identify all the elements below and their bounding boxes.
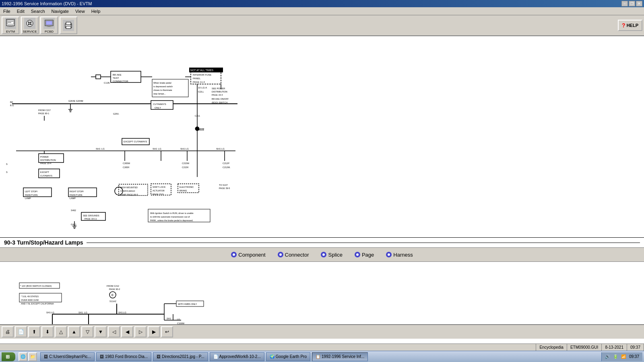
taskbar-app-1[interactable]: 🖼 1983 Ford Bronco Dia... xyxy=(96,352,151,361)
svg-text:SEE POWER: SEE POWER xyxy=(212,87,225,90)
toolbar-pcbd[interactable]: PCBD xyxy=(40,16,58,34)
svg-text:CUTAWAYS: CUTAWAYS xyxy=(40,175,52,177)
svg-rect-1 xyxy=(7,20,14,24)
right-outline-btn[interactable]: ▷ xyxy=(134,326,147,337)
taskbar: ⊞ 🌐 📁 🖼 C:\Users\Stephan\Pic... 🖼 1983 F… xyxy=(0,351,644,362)
taskbar-app-3[interactable]: 📄 ApprovedWork8-10-2... xyxy=(210,352,264,361)
service-icon xyxy=(24,18,35,29)
up-fill-btn[interactable]: ▲ xyxy=(68,326,80,337)
window-controls: − ❐ ✕ xyxy=(621,1,642,6)
svg-text:POWER: POWER xyxy=(40,156,49,158)
menu-navigate[interactable]: Navigate xyxy=(50,8,70,14)
up-outline-btn[interactable]: △ xyxy=(55,326,67,337)
taskbar-app-1-icon: 🖼 xyxy=(100,354,104,359)
svg-text:LG: LG xyxy=(123,311,126,314)
svg-text:AND 7.5L EXCEPT CALIFORNIA: AND 7.5L EXCEPT CALIFORNIA xyxy=(21,302,54,305)
svg-text:CONNECTOR: CONNECTOR xyxy=(113,80,128,82)
page-label: Page xyxy=(362,252,374,258)
print-btn[interactable]: 🖨 xyxy=(2,326,14,337)
right-fill-btn[interactable]: ▶ xyxy=(148,326,160,337)
taskbar-folder-icon[interactable]: 📁 xyxy=(28,352,37,361)
taskbar-ie-icon[interactable]: 🌐 xyxy=(19,352,27,361)
close-btn[interactable]: ✕ xyxy=(636,1,642,6)
status-bar: Encyclopedia ETM09000.GUI 8-13-2021 09:3… xyxy=(0,343,644,351)
zoom-in-btn[interactable]: ⬆ xyxy=(28,326,40,337)
component-circle xyxy=(231,252,237,257)
svg-text:INTERIOR FUSE: INTERIOR FUSE xyxy=(193,74,211,76)
svg-text:PARK/TURN: PARK/TURN xyxy=(70,194,82,196)
menu-edit[interactable]: Edit xyxy=(15,8,26,14)
status-spacer xyxy=(0,344,536,351)
wiring-diagram-bottom: * 12V (BOO SWITCH CLOSED) FROM C212 PAGE… xyxy=(0,262,250,324)
down-fill-btn[interactable]: ▼ xyxy=(95,326,107,337)
connector-circle xyxy=(278,252,283,257)
svg-text:CUTAWAYS: CUTAWAYS xyxy=(153,103,166,105)
toolbar-service[interactable]: SERVICE xyxy=(21,16,39,34)
status-gui: ETM09000.GUI xyxy=(567,344,602,351)
help-button[interactable]: ? HELP xyxy=(618,20,642,31)
restore-btn[interactable]: ❐ xyxy=(629,1,635,6)
svg-text:LAMP PAGE 69-5: LAMP PAGE 69-5 xyxy=(120,193,138,196)
svg-text:LG: LG xyxy=(101,148,105,150)
harness-label: Harness xyxy=(393,252,413,258)
start-icon: ⊞ xyxy=(6,354,10,360)
zoom-out-btn[interactable]: ⬇ xyxy=(41,326,54,337)
svg-text:LG: LG xyxy=(51,311,54,314)
encyclopedia-label: Encyclopedia xyxy=(539,345,563,350)
menu-search[interactable]: Search xyxy=(29,8,47,14)
down-outline-btn[interactable]: ▽ xyxy=(81,326,93,337)
svg-rect-4 xyxy=(9,26,12,27)
svg-text:PAGE 90-2: PAGE 90-2 xyxy=(109,288,120,290)
svg-text:ACTUATOR: ACTUATOR xyxy=(153,189,165,192)
svg-text:SH1: SH1 xyxy=(216,148,221,150)
back-btn[interactable]: ↩ xyxy=(161,326,173,337)
main-content[interactable]: BR AKE TEST CONNECTOR C135. INTERIOR FUS… xyxy=(0,36,644,324)
svg-text:C215F.: C215F. xyxy=(182,166,189,169)
svg-text:ELECTRONIC: ELECTRONIC xyxy=(180,186,194,188)
svg-text:PAGE 15-4: PAGE 15-4 xyxy=(40,162,51,165)
nav-splice[interactable]: Splice xyxy=(321,252,342,258)
minimize-btn[interactable]: − xyxy=(621,1,628,6)
splice-label: Splice xyxy=(328,252,342,258)
svg-text:PAGE 11-4: PAGE 11-4 xyxy=(193,81,205,83)
app-title: 1992-1996 Service Information (DVD) - EV… xyxy=(2,1,92,6)
splice-circle xyxy=(321,252,326,257)
svg-text:C215M: C215M xyxy=(182,162,189,165)
svg-text:C212M.: C212M. xyxy=(223,166,231,169)
taskbar-app-4[interactable]: 🌍 Google Earth Pro xyxy=(266,352,310,361)
svg-text:SH1: SH1 xyxy=(180,148,185,150)
taskbar-app-0[interactable]: 🖼 C:\Users\Stephan\Pic... xyxy=(40,352,95,361)
svg-text:G250.: G250. xyxy=(113,113,119,115)
tray-icon-1: 🔊 xyxy=(605,354,610,359)
svg-text:G264E G204M: G264E G204M xyxy=(68,100,83,102)
svg-text:SH1: SH1 xyxy=(118,311,123,314)
start-button[interactable]: ⊞ xyxy=(2,352,15,361)
wiring-diagram-top: BR AKE TEST CONNECTOR C135. INTERIOR FUS… xyxy=(4,40,254,233)
svg-text:B0: B0 xyxy=(10,101,13,103)
nav-harness[interactable]: Harness xyxy=(386,252,413,258)
taskbar-app-5[interactable]: 📋 1992-1996 Service Inf... xyxy=(312,352,368,361)
nav-component[interactable]: Component xyxy=(231,252,265,258)
svg-text:DISTRIBUTION: DISTRIBUTION xyxy=(212,90,227,93)
nav-connector[interactable]: Connector xyxy=(278,252,309,258)
svg-point-7 xyxy=(29,22,31,25)
menu-file[interactable]: File xyxy=(2,8,12,14)
nav-page[interactable]: Page xyxy=(355,252,374,258)
menu-view[interactable]: View xyxy=(74,8,87,14)
svg-text:LG: LG xyxy=(186,148,189,150)
toolbar-print[interactable] xyxy=(60,16,77,34)
svg-text:SH1: SH1 xyxy=(153,148,157,150)
svg-text:S222: S222 xyxy=(198,128,204,131)
connector-label: Connector xyxy=(285,252,309,258)
toolbar-evtm[interactable]: EVTM xyxy=(2,16,19,34)
svg-text:S462: S462 xyxy=(71,209,76,212)
svg-text:to shift the automatic transmi: to shift the automatic transmission out … xyxy=(150,216,190,218)
toolbar: EVTM SERVICE PCBD xyxy=(0,15,644,36)
taskbar-app-2[interactable]: 🖼 Directions2021.jpg - P... xyxy=(153,352,208,361)
left-fill-btn[interactable]: ◀ xyxy=(121,326,133,337)
left-outline-btn[interactable]: ◁ xyxy=(108,326,120,337)
svg-text:With Ignition Switch in RUN, d: With Ignition Switch in RUN, driver is u… xyxy=(150,212,194,214)
copy-btn[interactable]: 📄 xyxy=(15,326,27,337)
svg-text:NOT AT ALL TIMES: NOT AT ALL TIMES xyxy=(190,69,214,72)
menu-help[interactable]: Help xyxy=(90,8,102,14)
